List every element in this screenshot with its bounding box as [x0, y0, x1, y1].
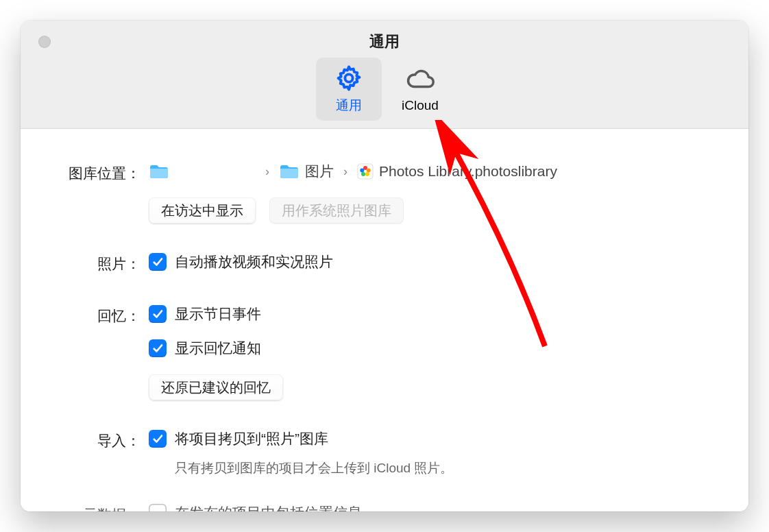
tab-general[interactable]: 通用 [316, 58, 382, 121]
checkbox-holiday-events[interactable] [149, 305, 167, 323]
checkbox-include-location[interactable] [149, 504, 167, 511]
label-photos: 照片： [21, 252, 141, 274]
checkbox-memories-notifications-label: 显示回忆通知 [175, 339, 261, 358]
reset-suggested-memories-button[interactable]: 还原已建议的回忆 [149, 374, 283, 400]
checkbox-autoplay[interactable] [149, 253, 167, 271]
checkbox-copy-to-library[interactable] [149, 430, 167, 448]
label-memories: 回忆： [21, 304, 141, 326]
chevron-right-icon: › [339, 165, 352, 179]
window-title: 通用 [21, 32, 748, 52]
label-metadata: 元数据： [21, 503, 141, 511]
preferences-window: 通用 通用 [21, 21, 748, 511]
use-as-system-library-button: 用作系统照片图库 [269, 197, 404, 223]
import-note: 只有拷贝到图库的项目才会上传到 iCloud 照片。 [175, 459, 453, 477]
tab-icloud[interactable]: iCloud [387, 58, 453, 121]
checkbox-holiday-events-label: 显示节日事件 [175, 304, 261, 324]
photos-library-icon [357, 163, 374, 180]
redacted-username [175, 163, 256, 180]
cloud-icon [406, 65, 435, 94]
tab-icloud-label: iCloud [402, 98, 439, 113]
preferences-body: 图库位置： › 图片 › [21, 129, 748, 511]
show-in-finder-button[interactable]: 在访达中显示 [149, 197, 256, 223]
checkbox-copy-to-library-label: 将项目拷贝到“照片”图库 [175, 429, 328, 448]
home-folder-icon [149, 163, 169, 180]
library-path: › 图片 › [149, 162, 557, 181]
pictures-folder-icon [279, 163, 300, 180]
path-pictures: 图片 [305, 162, 334, 181]
checkbox-autoplay-label: 自动播放视频和实况照片 [175, 252, 333, 271]
svg-point-5 [361, 172, 365, 176]
checkbox-include-location-label: 在发布的项目中包括位置信息 [175, 503, 362, 511]
label-import: 导入： [21, 429, 141, 450]
svg-point-6 [360, 169, 364, 173]
svg-point-4 [365, 172, 369, 176]
toolbar-tabs: 通用 iCloud [21, 58, 748, 121]
path-library-name: Photos Library.photoslibrary [379, 163, 557, 180]
titlebar: 通用 通用 [21, 21, 748, 129]
svg-point-0 [345, 74, 352, 82]
checkbox-memories-notifications[interactable] [149, 339, 167, 357]
svg-point-3 [367, 169, 371, 173]
gear-icon [334, 64, 363, 93]
tab-general-label: 通用 [336, 97, 362, 114]
chevron-right-icon: › [261, 165, 273, 179]
label-library-location: 图库位置： [21, 162, 141, 183]
